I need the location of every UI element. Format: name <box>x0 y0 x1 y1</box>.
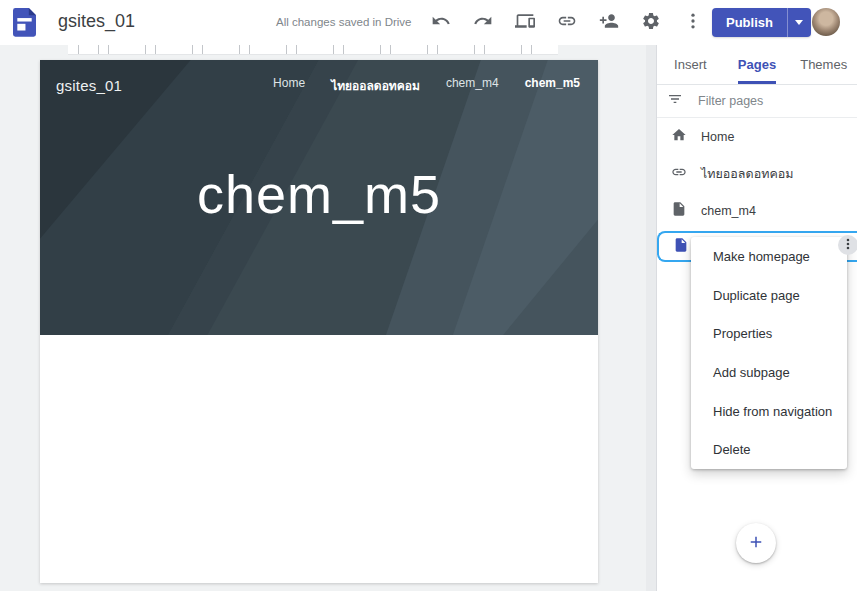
sites-logo-icon[interactable] <box>13 8 36 37</box>
undo-icon <box>431 11 451 34</box>
gear-icon <box>641 11 661 34</box>
plus-icon <box>747 533 765 554</box>
filter-pages-input[interactable]: Filter pages <box>657 85 857 118</box>
nav-item-home[interactable]: Home <box>273 76 305 95</box>
more-vert-icon <box>841 237 855 254</box>
save-status: All changes saved in Drive <box>276 16 412 28</box>
nav-item-thai-link[interactable]: ไทยออลดอทคอม <box>331 76 420 95</box>
redo-button[interactable] <box>468 7 498 37</box>
page-item-chem-m4[interactable]: chem_m4 <box>657 192 857 229</box>
page-icon <box>673 237 689 257</box>
menu-item-properties[interactable]: Properties <box>691 314 847 353</box>
page-item-label: Home <box>701 130 734 144</box>
right-sidebar: Insert Pages Themes Filter pages Home ไท… <box>656 45 857 591</box>
publish-dropdown-button[interactable] <box>787 8 811 37</box>
filter-icon <box>667 91 683 111</box>
person-add-icon <box>599 11 619 34</box>
site-header: gsites_01 Home ไทยออลดอทคอม chem_m4 chem… <box>40 60 598 95</box>
page-more-options-button[interactable] <box>838 235 857 255</box>
publish-button-group: Publish <box>712 8 811 37</box>
menu-item-hide-from-navigation[interactable]: Hide from navigation <box>691 392 847 431</box>
filter-placeholder: Filter pages <box>698 94 763 108</box>
undo-button[interactable] <box>426 7 456 37</box>
site-banner[interactable]: gsites_01 Home ไทยออลดอทคอม chem_m4 chem… <box>40 60 598 335</box>
link-icon <box>557 11 577 34</box>
settings-button[interactable] <box>636 7 666 37</box>
account-avatar[interactable] <box>812 8 840 36</box>
page-icon <box>671 201 687 221</box>
menu-item-make-homepage[interactable]: Make homepage <box>691 237 847 276</box>
site-canvas[interactable]: gsites_01 Home ไทยออลดอทคอม chem_m4 chem… <box>40 60 598 583</box>
menu-item-delete[interactable]: Delete <box>691 430 847 469</box>
caret-down-icon <box>795 20 803 25</box>
sidebar-tabs: Insert Pages Themes <box>657 45 857 85</box>
nav-item-chem-m5[interactable]: chem_m5 <box>525 76 580 95</box>
ruler <box>68 45 558 55</box>
share-button[interactable] <box>594 7 624 37</box>
page-item-label: chem_m4 <box>701 204 756 218</box>
add-page-button[interactable] <box>736 523 776 563</box>
tab-pages[interactable]: Pages <box>724 45 791 84</box>
nav-item-chem-m4[interactable]: chem_m4 <box>446 76 499 95</box>
page-item-thai-link[interactable]: ไทยออลดอทคอม <box>657 155 857 192</box>
document-title[interactable]: gsites_01 <box>58 11 135 32</box>
site-name[interactable]: gsites_01 <box>56 77 122 94</box>
top-bar: gsites_01 All changes saved in Drive Pub… <box>0 0 857 45</box>
editor-workspace: gsites_01 Home ไทยออลดอทคอม chem_m4 chem… <box>0 45 656 591</box>
tab-insert[interactable]: Insert <box>657 45 724 84</box>
page-context-menu: Make homepage Duplicate page Properties … <box>691 237 847 469</box>
page-item-label: ไทยออลดอทคอม <box>701 164 794 184</box>
redo-icon <box>473 11 493 34</box>
copy-link-button[interactable] <box>552 7 582 37</box>
publish-button[interactable]: Publish <box>712 8 787 37</box>
menu-item-duplicate-page[interactable]: Duplicate page <box>691 276 847 315</box>
page-body[interactable] <box>40 335 598 583</box>
site-navigation: Home ไทยออลดอทคอม chem_m4 chem_m5 <box>273 76 580 95</box>
home-icon <box>671 127 687 147</box>
devices-icon <box>515 11 535 34</box>
link-icon <box>671 164 687 184</box>
page-title[interactable]: chem_m5 <box>40 163 598 225</box>
preview-button[interactable] <box>510 7 540 37</box>
toolbar <box>426 7 708 37</box>
tab-themes[interactable]: Themes <box>790 45 857 84</box>
vertical-scrollbar[interactable] <box>646 45 656 591</box>
menu-item-add-subpage[interactable]: Add subpage <box>691 353 847 392</box>
more-vert-icon <box>683 11 703 34</box>
page-item-home[interactable]: Home <box>657 118 857 155</box>
more-options-button[interactable] <box>678 7 708 37</box>
